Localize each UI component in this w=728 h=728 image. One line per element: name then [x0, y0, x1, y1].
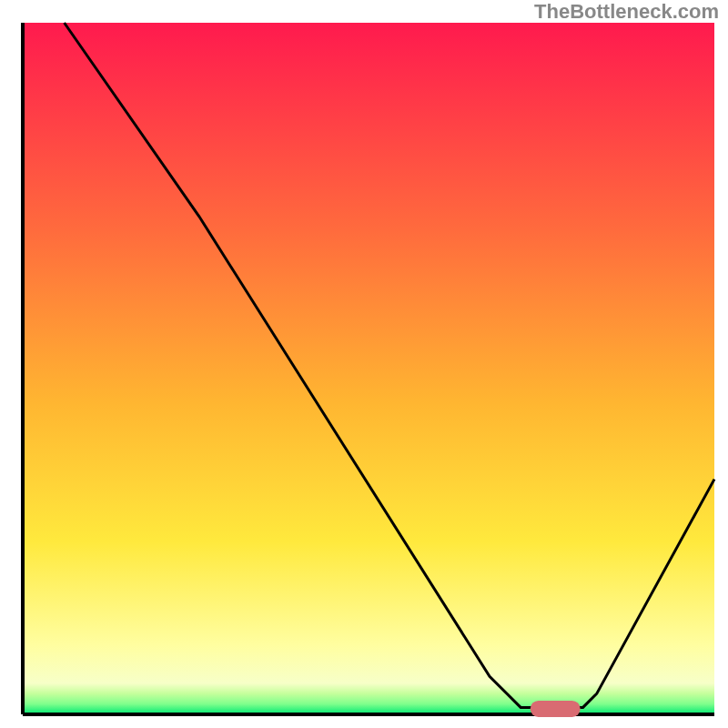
- plot-background: [23, 23, 714, 714]
- watermark-text: TheBottleneck.com: [534, 0, 719, 24]
- chart-svg: [0, 0, 728, 728]
- bottleneck-chart: TheBottleneck.com: [0, 0, 728, 728]
- optimal-marker: [531, 701, 581, 717]
